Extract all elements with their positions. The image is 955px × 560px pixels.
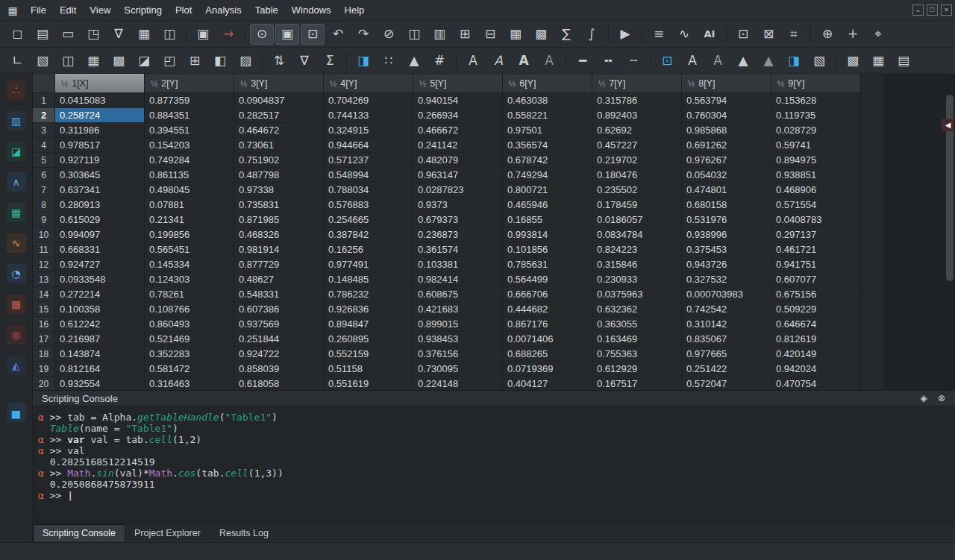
cell[interactable]: 0.0904837: [234, 93, 324, 108]
cell[interactable]: 0.943726: [682, 257, 771, 272]
cell[interactable]: 0.124303: [145, 272, 234, 287]
cell[interactable]: 0.637341: [55, 183, 145, 198]
cell[interactable]: 0.646674: [771, 317, 861, 332]
new-note-button[interactable]: ▤: [31, 24, 54, 45]
new-project-button[interactable]: ◻: [5, 24, 29, 45]
cell[interactable]: 0.551619: [324, 377, 413, 390]
cell[interactable]: 0.0415083: [55, 93, 145, 108]
render-3d-surface-button[interactable]: ▧: [807, 50, 831, 71]
cell[interactable]: 0.21341: [145, 213, 234, 227]
row-header-11[interactable]: 11: [33, 242, 55, 257]
cell[interactable]: 0.167517: [592, 377, 682, 390]
close-console-button[interactable]: ⊗: [936, 392, 948, 404]
text-label-a-button[interactable]: A: [680, 50, 704, 71]
cell[interactable]: 0.352283: [145, 347, 234, 362]
cell[interactable]: 0.316463: [145, 377, 234, 390]
cell[interactable]: 0.565451: [145, 242, 234, 257]
new-matrix-button[interactable]: ▩: [529, 24, 553, 45]
cell[interactable]: 0.62692: [592, 123, 682, 138]
cell[interactable]: 0.509229: [771, 302, 861, 317]
cell[interactable]: 0.260895: [324, 332, 413, 347]
cell[interactable]: 0.824223: [592, 242, 682, 257]
cell[interactable]: 0.0375963: [592, 287, 682, 302]
matrix-values-button[interactable]: ▩: [841, 50, 865, 71]
cell[interactable]: 0.148485: [324, 272, 413, 287]
cell[interactable]: 0.236873: [413, 227, 503, 242]
presentation-mode-button[interactable]: ⊡: [655, 50, 679, 71]
sidebar-column-chart-icon[interactable]: ▥: [7, 111, 26, 130]
cell[interactable]: 0.938851: [771, 168, 861, 183]
font-outline-button[interactable]: A: [537, 50, 561, 71]
row-header-10[interactable]: 10: [33, 227, 55, 242]
cell[interactable]: 0.363055: [592, 317, 682, 332]
cell[interactable]: 0.688265: [503, 347, 592, 362]
cell[interactable]: 0.963147: [413, 168, 503, 183]
cell[interactable]: 0.119735: [771, 108, 861, 123]
cell[interactable]: 0.785631: [503, 257, 592, 272]
render-scene-button[interactable]: ▨: [234, 50, 257, 71]
open-project-button[interactable]: ▭: [56, 24, 80, 45]
filter-data-button[interactable]: ∇: [107, 24, 131, 45]
tab-scripting-console[interactable]: Scripting Console: [33, 524, 125, 541]
cell[interactable]: 0.982414: [413, 272, 503, 287]
cell[interactable]: 0.482079: [413, 153, 503, 168]
pivot-table-button[interactable]: ⊞: [183, 50, 207, 71]
copy-selection-button[interactable]: ◫: [402, 24, 426, 45]
cell[interactable]: 0.894847: [324, 317, 413, 332]
cell[interactable]: 0.977665: [682, 347, 771, 362]
close-button[interactable]: ×: [941, 4, 952, 16]
maximize-button[interactable]: □: [927, 4, 938, 16]
cell[interactable]: 0.199856: [145, 227, 234, 242]
tab-results-log[interactable]: Results Log: [210, 524, 278, 541]
cell[interactable]: 0.421683: [413, 302, 503, 317]
cell[interactable]: 0.463038: [503, 93, 592, 108]
cell[interactable]: 0.356574: [503, 138, 592, 153]
remove-row-button[interactable]: ⊟: [478, 24, 502, 45]
cell[interactable]: 0.680158: [682, 198, 771, 213]
row-header-14[interactable]: 14: [33, 287, 55, 302]
cell[interactable]: 0.993814: [503, 227, 592, 242]
filter-rows-button[interactable]: ∇: [292, 50, 316, 71]
cell[interactable]: 0.892403: [592, 108, 682, 123]
cell[interactable]: 0.531976: [682, 213, 771, 227]
sidebar-area-chart-icon[interactable]: ◪: [7, 142, 26, 161]
cell[interactable]: 0.0408783: [771, 213, 861, 227]
resize-canvas-button[interactable]: ⌗: [782, 24, 806, 45]
cell[interactable]: 0.054032: [682, 168, 771, 183]
cell[interactable]: 0.860493: [145, 317, 234, 332]
sidebar-histogram-icon[interactable]: ∧: [7, 172, 26, 192]
cell[interactable]: 0.877359: [145, 93, 234, 108]
cell[interactable]: 0.73061: [234, 138, 324, 153]
cell[interactable]: 0.375453: [682, 242, 771, 257]
open-template-button[interactable]: ◳: [81, 24, 105, 45]
cell[interactable]: 0.254665: [324, 213, 413, 227]
cell[interactable]: 0.235502: [592, 183, 682, 198]
row-header-16[interactable]: 16: [33, 317, 55, 332]
cell[interactable]: 0.376156: [413, 347, 503, 362]
cell[interactable]: 0.612929: [592, 362, 682, 377]
integrate-button[interactable]: ∫: [580, 24, 604, 45]
select-region-button[interactable]: ⊡: [731, 24, 755, 45]
cell[interactable]: 0.0071406: [503, 332, 592, 347]
sidebar-3d-plot-icon[interactable]: ◭: [7, 356, 26, 375]
row-header-19[interactable]: 19: [33, 362, 55, 377]
cell[interactable]: 0.297137: [771, 227, 861, 242]
cell[interactable]: 0.216987: [55, 332, 145, 347]
cell[interactable]: 0.282517: [234, 108, 324, 123]
zoom-region-button[interactable]: ⊠: [757, 24, 780, 45]
cut-selection-button[interactable]: ⊘: [377, 24, 401, 45]
cell[interactable]: 0.978517: [55, 138, 145, 153]
row-header-1[interactable]: 1: [33, 93, 55, 108]
cell[interactable]: 0.632362: [592, 302, 682, 317]
cell[interactable]: 0.468326: [234, 227, 324, 242]
cell[interactable]: 0.145334: [145, 257, 234, 272]
cell[interactable]: 0.985868: [682, 123, 771, 138]
export-pdf-button[interactable]: →: [216, 24, 240, 45]
insert-row-button[interactable]: ⊞: [453, 24, 477, 45]
menu-table[interactable]: Table: [248, 0, 285, 20]
column-header-8[y][interactable]: ½8[Y]: [682, 74, 771, 93]
cell[interactable]: 0.571554: [771, 198, 861, 213]
cell[interactable]: 0.835067: [682, 332, 771, 347]
toggle-grid-button[interactable]: #: [428, 50, 451, 71]
paste-selection-button[interactable]: ▥: [428, 24, 451, 45]
